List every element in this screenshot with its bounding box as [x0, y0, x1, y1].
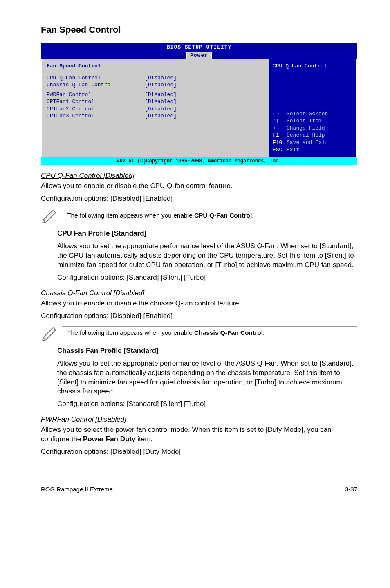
- bios-nav-line: ↑↓Select Item: [273, 117, 353, 125]
- bios-nav-line: ←→Select Screen: [273, 110, 353, 118]
- body-text: Allows you to enable or disable the CPU …: [41, 182, 357, 191]
- bios-nav-label: Select Screen: [287, 110, 328, 118]
- bios-nav-label: Change Field: [287, 125, 325, 132]
- page-title: Fan Speed Control: [41, 25, 357, 35]
- body-text: Configuration options: [Disabled] [Enabl…: [41, 312, 357, 321]
- bios-separator: [47, 72, 265, 72]
- body-text: Allows you to set the appropriate perfor…: [57, 359, 357, 397]
- body-text: Configuration options: [Disabled] [Duty …: [41, 447, 357, 457]
- cpu-fan-profile-heading: CPU Fan Profile [Standard]: [57, 229, 357, 238]
- body-text-bold: Power Fan Duty: [83, 435, 135, 443]
- esc-key-icon: ESC: [273, 146, 287, 154]
- bios-nav-label: General Help: [287, 132, 325, 139]
- bios-value: [Disabled]: [145, 98, 177, 105]
- f1-key-icon: F1: [273, 132, 287, 139]
- bios-header-text: BIOS SETUP UTILITY: [167, 44, 231, 50]
- note-text: The following item appears when you enab…: [62, 209, 357, 222]
- bios-key: OPTFan1 Control: [47, 98, 145, 105]
- footer-right: 3-37: [345, 486, 357, 493]
- footer-left: ROG Rampage II Extreme: [41, 486, 113, 493]
- footer-separator: [41, 469, 357, 469]
- note-text-bold: Chassis Q-Fan Control: [194, 329, 263, 336]
- bios-row[interactable]: CPU Q-Fan Control [Disabled]: [47, 74, 265, 82]
- page-footer: ROG Rampage II Extreme 3-37: [41, 486, 357, 493]
- bios-nav-line: ESCExit: [273, 146, 353, 154]
- bios-nav-block: ←→Select Screen ↑↓Select Item +-Change F…: [273, 110, 353, 153]
- bios-key: CPU Q-Fan Control: [47, 74, 145, 82]
- bios-nav-line: F1General Help: [273, 132, 353, 139]
- body-text: Allows you to select the power fan contr…: [41, 425, 357, 444]
- bios-nav-line: F10Save and Exit: [273, 139, 353, 146]
- bios-nav-label: Select Item: [287, 117, 322, 125]
- cpu-qfan-heading: CPU Q-Fan Control [Disabled]: [41, 172, 357, 180]
- bios-nav-line: +-Change Field: [273, 125, 353, 132]
- note-text-part: .: [263, 329, 264, 336]
- note-text: The following item appears when you enab…: [62, 327, 357, 339]
- bios-value: [Disabled]: [145, 105, 177, 113]
- note-text-part: The following item appears when you enab…: [67, 329, 194, 336]
- note-text-bold: CPU Q-Fan Control: [194, 212, 252, 219]
- f10-key-icon: F10: [273, 139, 287, 146]
- bios-key: Chassis Q-Fan Control: [47, 81, 145, 89]
- bios-side-panel: CPU Q-Fan Control ←→Select Screen ↑↓Sele…: [269, 59, 357, 157]
- pwrfan-heading: PWRFan Control [Disabled]: [41, 415, 357, 424]
- body-text: Allows you to set the appropriate perfor…: [57, 242, 357, 270]
- bios-help-title: CPU Q-Fan Control: [273, 63, 353, 70]
- body-text: Configuration options: [Standard] [Silen…: [57, 273, 357, 283]
- note-text-part: The following item appears when you enab…: [67, 212, 194, 219]
- arrow-ud-icon: ↑↓: [273, 117, 287, 125]
- bios-value: [Disabled]: [145, 81, 177, 89]
- bios-box: BIOS SETUP UTILITY Power Fan Speed Contr…: [41, 43, 357, 165]
- chassis-qfan-heading: Chassis Q-Fan Control [Disabled]: [41, 289, 357, 297]
- chassis-fan-profile-heading: Chassis Fan Profile [Standard]: [57, 346, 357, 356]
- pencil-icon: [41, 325, 60, 341]
- bios-key: OPTFan3 Control: [47, 112, 145, 120]
- bios-section-title: Fan Speed Control: [47, 63, 265, 70]
- plus-minus-icon: +-: [273, 125, 287, 132]
- bios-key: OPTFan2 Control: [47, 105, 145, 113]
- body-text: Configuration options: [Standard] [Silen…: [57, 399, 357, 409]
- note-block: The following item appears when you enab…: [41, 325, 357, 341]
- body-text: Allows you to enable or disable the chas…: [41, 299, 357, 308]
- bios-tab-power[interactable]: Power: [186, 52, 212, 59]
- bios-main-panel: Fan Speed Control CPU Q-Fan Control [Dis…: [41, 59, 269, 157]
- arrow-lr-icon: ←→: [273, 110, 287, 118]
- bios-row[interactable]: OPTFan3 Control [Disabled]: [47, 112, 265, 120]
- bios-header: BIOS SETUP UTILITY Power: [41, 43, 357, 59]
- bios-nav-label: Exit: [287, 146, 299, 154]
- body-text-part: item.: [135, 435, 152, 443]
- bios-row[interactable]: OPTFan1 Control [Disabled]: [47, 98, 265, 105]
- note-block: The following item appears when you enab…: [41, 208, 357, 223]
- bios-row[interactable]: OPTFan2 Control [Disabled]: [47, 105, 265, 113]
- bios-nav-label: Save and Exit: [287, 139, 328, 146]
- bios-value: [Disabled]: [145, 112, 177, 120]
- bios-value: [Disabled]: [145, 74, 177, 82]
- bios-row[interactable]: Chassis Q-Fan Control [Disabled]: [47, 81, 265, 89]
- body-text: Configuration options: [Disabled] [Enabl…: [41, 194, 357, 204]
- bios-copyright: v02.61 (C)Copyright 1985-2008, American …: [41, 157, 357, 165]
- bios-key: PWRFan Control: [47, 91, 145, 99]
- bios-value: [Disabled]: [145, 91, 177, 99]
- bios-row[interactable]: PWRFan Control [Disabled]: [47, 91, 265, 99]
- note-text-part: .: [252, 212, 253, 219]
- pencil-icon: [41, 208, 60, 223]
